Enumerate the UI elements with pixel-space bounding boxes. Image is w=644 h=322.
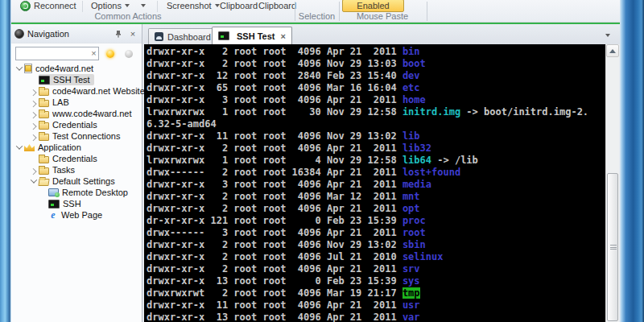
tree-item-label: Application (38, 142, 81, 152)
reconnect-icon (20, 1, 31, 11)
filter-bulb-off-button[interactable] (122, 47, 135, 60)
chevron-collapsed-icon[interactable] (29, 122, 39, 127)
ribbon-group-separator (427, 2, 427, 21)
tree-item-www-code4ward-net[interactable]: www.code4ward.net (29, 108, 135, 119)
tree-item-code4ward-net[interactable]: code4ward.net (14, 63, 97, 74)
chevron-collapsed-icon[interactable] (29, 111, 39, 116)
chevron-expanded-icon[interactable] (14, 145, 24, 150)
filter-bulb-on-button[interactable] (103, 47, 117, 60)
tree-item-remote-desktop[interactable]: Remote Desktop (48, 187, 132, 198)
tab-overflow-button[interactable] (601, 30, 613, 41)
chevron-collapsed-icon[interactable] (29, 134, 39, 138)
terminal-icon (218, 31, 229, 40)
tree-item-default-settings[interactable]: Default Settings (29, 175, 119, 187)
tree-item-test-connections[interactable]: Test Connections (29, 130, 124, 142)
tree-item-lab[interactable]: LAB (29, 97, 73, 108)
clipboard-button-2[interactable]: Clipboard (254, 0, 300, 13)
search-input[interactable] (15, 47, 99, 60)
folder-icon (39, 111, 49, 118)
tree-item-application[interactable]: Application (14, 142, 85, 153)
terminal-row: drwxr-xr-x 2 root root 4096 Apr 21 2011 … (147, 263, 605, 275)
file-name: root (402, 227, 426, 238)
tab-strip: Dashboard SSH Test × (143, 24, 620, 44)
tree-item-label: Default Settings (52, 176, 115, 186)
chevron-expanded-icon[interactable] (14, 66, 24, 71)
file-name: media (402, 179, 431, 190)
tree-item-credentials[interactable]: Credentials (39, 153, 101, 164)
chevron-collapsed-icon[interactable] (29, 89, 39, 93)
dropdown-caret-icon (605, 34, 610, 37)
chevron-collapsed-icon[interactable] (29, 167, 39, 172)
tree-item-label: SSH Test (53, 75, 90, 85)
terminal-row: drwxr-xr-x 2 root root 4096 Apr 21 2011 … (147, 203, 605, 215)
window-border-left (0, 0, 11, 322)
tree-item-tasks[interactable]: Tasks (29, 164, 79, 175)
terminal-row: drwxr-xr-x 3 root root 4096 Apr 21 2011 … (147, 179, 605, 191)
terminal-row: drwxrwxrwt 2 root root 4096 Mar 19 21:17… (147, 287, 605, 299)
tree-item-code4ward-net-website[interactable]: code4ward.net Website (29, 85, 149, 97)
terminal-row: drwxr-xr-x 3 root root 4096 Apr 21 2011 … (147, 94, 605, 106)
close-panel-icon[interactable]: × (127, 28, 138, 39)
panel-title: Navigation (27, 29, 109, 39)
tree-item-ssh[interactable]: SSH (48, 198, 85, 209)
scrollbar-thumb[interactable] (607, 173, 618, 321)
tree-item-label: SSH (63, 199, 81, 208)
tree-item-web-page[interactable]: eWeb Page (48, 209, 106, 221)
file-name: srv (402, 263, 420, 275)
tree-item-credentials[interactable]: Credentials (29, 119, 101, 130)
file-name: proc (402, 215, 426, 226)
terminal-scrollbar[interactable] (605, 44, 619, 322)
tab-dashboard[interactable]: Dashboard (148, 28, 217, 44)
tree-item-label: code4ward.net (35, 64, 93, 73)
file-name: sys (402, 275, 420, 287)
chevron-collapsed-icon[interactable] (29, 100, 39, 105)
terminal-row: drwxr-xr-x 2 root root 4096 Jul 21 2010 … (147, 251, 605, 263)
folder-icon (39, 134, 49, 141)
file-name: boot (402, 58, 426, 69)
file-name: usr (402, 299, 420, 311)
ribbon-separator (82, 1, 83, 12)
terminal-icon (48, 200, 60, 208)
lightbulb-on-icon (106, 50, 114, 58)
file-name: lost+found (402, 167, 460, 178)
clipboard-label: Clipboard (220, 1, 258, 10)
terminal-row: lrwxrwxrwx 1 root root 30 Nov 29 12:58 i… (147, 106, 605, 118)
nav-tree: code4ward.netSSH Testcode4ward.net Websi… (11, 63, 142, 221)
terminal-row: drwxr-xr-x 13 root root 0 Feb 23 15:39 s… (147, 275, 605, 287)
terminal-row: lrwxrwxrwx 1 root root 4 Nov 29 12:58 li… (147, 155, 605, 167)
pin-icon[interactable] (113, 28, 124, 39)
terminal-row: dr-xr-xr-x 121 root root 0 Feb 23 15:39 … (147, 215, 605, 227)
terminal-row: drwxr-xr-x 11 root root 4096 Nov 29 13:0… (147, 130, 605, 142)
clear-search-icon[interactable]: × (89, 48, 99, 59)
crown-icon (24, 144, 35, 151)
terminal-row: drwx------ 3 root root 4096 Apr 21 2011 … (147, 227, 605, 239)
file-name: lib (402, 130, 420, 142)
folder-icon (39, 156, 49, 163)
terminal-row: drwxr-xr-x 2 root root 4096 Mar 12 2011 … (147, 191, 605, 203)
folder-icon (39, 100, 49, 107)
file-name: bin (402, 46, 420, 57)
dashboard-icon (155, 32, 163, 41)
file-name: mnt (402, 191, 420, 202)
chevron-expanded-icon[interactable] (29, 179, 39, 184)
reconnect-label: Reconnect (34, 1, 76, 10)
tree-item-label: LAB (52, 97, 69, 107)
options-label: Options (91, 1, 122, 10)
terminal-row: drwxr-xr-x 11 root root 4096 Apr 21 2011… (147, 299, 605, 312)
ie-icon: e (48, 210, 58, 220)
folder-open-icon (38, 179, 49, 186)
tab-ssh-test[interactable]: SSH Test × (212, 27, 292, 44)
terminal-output[interactable]: drwxr-xr-x 2 root root 4096 Apr 21 2011 … (144, 44, 605, 322)
mouse-paste-enabled-button[interactable]: Enabled (342, 0, 404, 12)
tree-item-ssh-test[interactable]: SSH Test (39, 74, 94, 85)
clipboard-label: Clipboard (258, 1, 296, 10)
close-tab-icon[interactable]: × (280, 31, 285, 41)
scroll-up-arrow-icon[interactable] (606, 44, 619, 57)
terminal-row: drwxr-xr-x 2 root root 4096 Apr 21 2011 … (147, 46, 605, 58)
file-name: var (402, 312, 420, 322)
scrollbar-grip-icon (610, 245, 617, 250)
ribbon-group-selection: Selection (295, 11, 339, 22)
terminal-row: drwxr-xr-x 13 root root 4096 Apr 21 2011… (147, 312, 605, 322)
page-icon (24, 64, 32, 73)
rdp-icon (48, 188, 59, 196)
